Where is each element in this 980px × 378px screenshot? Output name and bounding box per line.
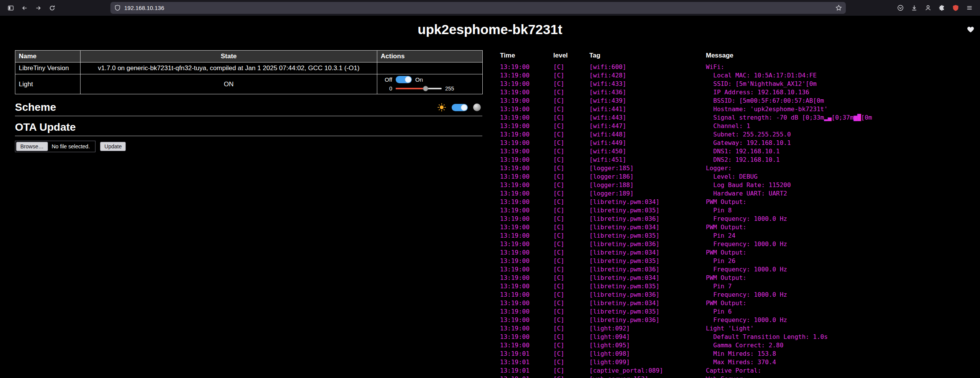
log-level: [C]: [553, 79, 589, 88]
log-tag: [captive_portal:089]: [589, 366, 706, 375]
log-tag: [libretiny.pwm:036]: [589, 240, 706, 248]
forward-icon: [35, 5, 41, 11]
log-level: [C]: [553, 223, 589, 231]
log-tag: [wifi:600]: [589, 62, 706, 71]
log-row: 13:19:00 [C] [light:094] Default Transit…: [494, 332, 980, 341]
log-tag: [wifi:448]: [589, 130, 706, 138]
tracking-shield-icon[interactable]: [114, 5, 121, 11]
log-time: 13:19:00: [494, 172, 553, 181]
extensions-button[interactable]: [936, 2, 948, 14]
log-message: WiFi:: [706, 62, 980, 71]
log-row: 13:19:00 [C] [libretiny.pwm:034] PWM Out…: [494, 197, 980, 206]
log-time: 13:19:00: [494, 290, 553, 299]
log-tag: [libretiny.pwm:035]: [589, 282, 706, 290]
log-tag: [wifi:450]: [589, 147, 706, 155]
light-toggle[interactable]: [396, 76, 412, 83]
log-level: [C]: [553, 155, 589, 164]
log-message: Signal strength: -70 dB [0;33m▂▄[0;37m▆█…: [706, 113, 980, 122]
update-button[interactable]: Update: [100, 142, 126, 151]
log-row: 13:19:01 [C] [captive_portal:089] Captiv…: [494, 366, 980, 375]
log-level: [C]: [553, 189, 589, 197]
browse-button[interactable]: Browse…: [16, 142, 48, 151]
log-time: 13:19:00: [494, 231, 553, 240]
log-message: Hardware UART: UART2: [706, 189, 980, 197]
entity-actions-cell: Off On 0 255: [377, 74, 483, 94]
entity-name-cell: Light: [15, 74, 81, 94]
log-col-message: Message: [706, 50, 980, 62]
log-time: 13:19:00: [494, 214, 553, 223]
log-time: 13:19:01: [494, 349, 553, 358]
log-message: Frequency: 1000.0 Hz: [706, 265, 980, 273]
log-message: Log Baud Rate: 115200: [706, 181, 980, 189]
log-level: [C]: [553, 256, 589, 265]
log-message: Local MAC: 10:5A:17:D1:D4:FE: [706, 71, 980, 79]
log-level: [C]: [553, 231, 589, 240]
log-time: 13:19:00: [494, 181, 553, 189]
log-tag: [libretiny.pwm:034]: [589, 248, 706, 256]
log-message: Subnet: 255.255.255.0: [706, 130, 980, 138]
ublock-button[interactable]: [949, 2, 962, 14]
log-message: Channel: 1: [706, 122, 980, 130]
log-level: [C]: [553, 147, 589, 155]
log-row: 13:19:00 [C] [libretiny.pwm:034] PWM Out…: [494, 248, 980, 256]
ota-form: Browse… No file selected. Update: [15, 141, 494, 152]
log-tag: [wifi:441]: [589, 105, 706, 113]
light-slider-thumb[interactable]: [423, 86, 428, 91]
file-input[interactable]: Browse… No file selected.: [15, 141, 95, 152]
log-time: 13:19:00: [494, 248, 553, 256]
log-tag: [libretiny.pwm:034]: [589, 223, 706, 231]
forward-button[interactable]: [32, 2, 44, 14]
log-message: BSSID: [5m00:5F:67:00:57:AB[0m: [706, 96, 980, 105]
reload-icon: [49, 5, 55, 11]
download-icon: [911, 5, 918, 11]
light-brightness-slider[interactable]: [396, 86, 442, 91]
scheme-toggle[interactable]: [452, 104, 468, 111]
table-row: Light ON Off On 0: [15, 74, 483, 94]
log-time: 13:19:00: [494, 96, 553, 105]
log-level: [C]: [553, 206, 589, 214]
log-message: SSID: [5m'Nighthawk_AX12'[0m: [706, 79, 980, 88]
pocket-button[interactable]: [894, 2, 906, 14]
log-row: 13:19:00 [C] [wifi:436] IP Address: 192.…: [494, 88, 980, 96]
log-level: [C]: [553, 366, 589, 375]
log-level: [C]: [553, 273, 589, 282]
esphome-page: upk2esphome-bk7231t Name State Actions L…: [0, 22, 980, 378]
reload-button[interactable]: [46, 2, 58, 14]
log-time: 13:19:00: [494, 71, 553, 79]
log-message: Pin 8: [706, 206, 980, 214]
log-level: [C]: [553, 240, 589, 248]
log-time: 13:19:00: [494, 240, 553, 248]
log-row: 13:19:00 [C] [wifi:439] BSSID: [5m00:5F:…: [494, 96, 980, 105]
log-level: [C]: [553, 290, 589, 299]
log-message: Frequency: 1000.0 Hz: [706, 316, 980, 324]
log-col-level: level: [553, 50, 589, 62]
log-level: [C]: [553, 62, 589, 71]
log-tag: [libretiny.pwm:034]: [589, 197, 706, 206]
back-button[interactable]: [18, 2, 31, 14]
log-level: [C]: [553, 181, 589, 189]
log-time: 13:19:00: [494, 341, 553, 349]
log-message: Frequency: 1000.0 Hz: [706, 214, 980, 223]
log-time: 13:19:00: [494, 88, 553, 96]
log-time: 13:19:00: [494, 138, 553, 147]
account-button[interactable]: [922, 2, 934, 14]
back-icon: [21, 5, 28, 11]
bookmark-star-icon[interactable]: [835, 5, 842, 11]
log-row: 13:19:00 [C] [logger:186] Level: DEBUG: [494, 172, 980, 181]
log-tag: [libretiny.pwm:034]: [589, 299, 706, 307]
log-level: [C]: [553, 299, 589, 307]
log-time: 13:19:01: [494, 375, 553, 378]
slider-min-label: 0: [382, 85, 392, 92]
url-bar[interactable]: 192.168.10.136: [110, 2, 846, 14]
sidebar-toggle-button[interactable]: [5, 2, 17, 14]
log-time: 13:19:00: [494, 113, 553, 122]
log-time: 13:19:00: [494, 105, 553, 113]
log-tag: [wifi:433]: [589, 79, 706, 88]
log-rows: 13:19:00 [C] [wifi:600] WiFi: 13:19:00 […: [494, 62, 980, 378]
log-message: Captive Portal:: [706, 366, 980, 375]
entities-panel: Name State Actions LibreTiny Version v1.…: [0, 50, 494, 378]
log-message: DNS2: 192.168.10.1: [706, 155, 980, 164]
menu-button[interactable]: [963, 2, 975, 14]
log-tag: [light:099]: [589, 358, 706, 366]
downloads-button[interactable]: [908, 2, 920, 14]
